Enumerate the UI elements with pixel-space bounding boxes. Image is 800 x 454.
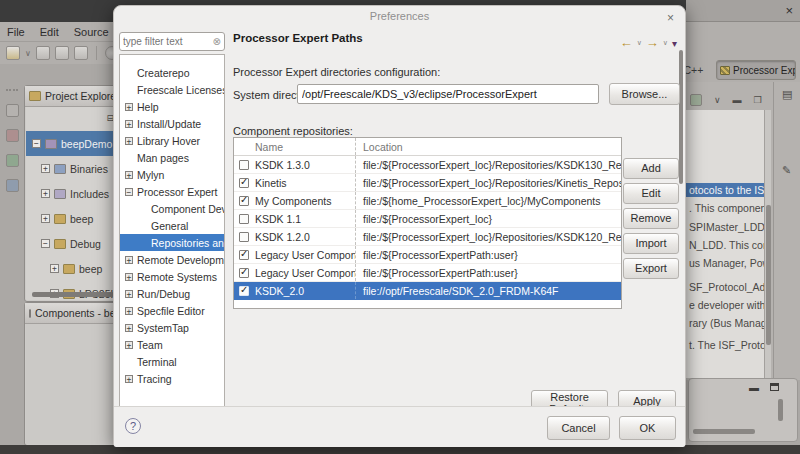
preferences-tree-row[interactable]: Remote Systems: [120, 268, 224, 285]
preferences-tree-row[interactable]: Repositories and P: [120, 234, 224, 251]
chevron-down-icon[interactable]: ∨: [714, 95, 721, 105]
expander-icon[interactable]: [41, 189, 50, 198]
expander-icon[interactable]: [125, 341, 133, 349]
repository-checkbox[interactable]: [239, 268, 249, 278]
expander-icon[interactable]: [125, 273, 133, 281]
dialog-close-icon[interactable]: ×: [667, 8, 674, 29]
save-all-icon[interactable]: [55, 46, 69, 60]
table-row[interactable]: Legacy User Components file:/${Processor…: [234, 246, 621, 264]
expander-icon[interactable]: [125, 120, 133, 128]
drag-grip[interactable]: [6, 89, 18, 92]
scrollbar-thumb[interactable]: [778, 399, 783, 421]
repository-checkbox[interactable]: [239, 160, 249, 170]
menu-item[interactable]: Edit: [40, 26, 59, 38]
preferences-tree-row[interactable]: Createrepo: [120, 64, 224, 81]
tree-row[interactable]: Debug: [26, 231, 118, 256]
view-menu-icon[interactable]: ▾: [672, 38, 677, 49]
scrollbar-thumb[interactable]: [693, 429, 755, 434]
browse-button[interactable]: Browse...: [609, 83, 680, 105]
clear-filter-icon[interactable]: ⊗: [213, 36, 221, 47]
table-action-button[interactable]: Edit: [623, 183, 679, 204]
preferences-tree-row[interactable]: SystemTap: [120, 319, 224, 336]
repository-checkbox[interactable]: [239, 214, 249, 224]
minimize-icon[interactable]: ▬: [733, 95, 742, 105]
expander-icon[interactable]: [125, 375, 133, 383]
cancel-button[interactable]: Cancel: [547, 416, 610, 440]
expander-icon[interactable]: [125, 103, 133, 111]
outline-icon[interactable]: ▤: [782, 88, 792, 101]
table-action-button[interactable]: Import: [623, 233, 679, 254]
preferences-tree-row[interactable]: Mylyn: [120, 166, 224, 183]
preferences-tree-row[interactable]: Tracing: [120, 370, 224, 387]
table-row[interactable]: My Components file:/${home_ProcessorExpe…: [234, 192, 621, 210]
table-action-button[interactable]: Remove: [623, 208, 679, 229]
chevron-down-icon[interactable]: ∨: [637, 39, 642, 47]
forward-icon[interactable]: →: [646, 37, 659, 49]
table-row[interactable]: Kinetis file:/${ProcessorExpert_loc}/Rep…: [234, 174, 621, 192]
preferences-tree-row[interactable]: Man pages: [120, 149, 224, 166]
perspective-cpp-button[interactable]: C/C++: [686, 64, 714, 80]
tree-row[interactable]: LPS25H: [26, 281, 118, 300]
new-file-icon[interactable]: [6, 46, 20, 60]
table-row[interactable]: KSDK 1.1 file:/${ProcessorExpert_loc}: [234, 210, 621, 228]
table-row[interactable]: KSDK 1.2.0 file:/${ProcessorExpert_loc}/…: [234, 228, 621, 246]
table-action-button[interactable]: Add: [623, 158, 679, 179]
preferences-tree-row[interactable]: Install/Update: [120, 115, 224, 132]
scrollbar-thumb[interactable]: [679, 50, 683, 184]
repository-checkbox[interactable]: [239, 232, 249, 242]
scrollbar-track[interactable]: [764, 110, 771, 378]
preferences-tree-row[interactable]: Library Hover: [120, 132, 224, 149]
filter-input[interactable]: [123, 36, 213, 47]
table-row[interactable]: Legacy User Components file:/${Processor…: [234, 264, 621, 282]
expander-icon[interactable]: [125, 256, 133, 264]
preferences-tree-row[interactable]: Help: [120, 98, 224, 115]
window-close-icon[interactable]: ×: [785, 3, 793, 19]
column-header-name[interactable]: Name: [234, 138, 356, 155]
tree-row[interactable]: beep: [26, 206, 118, 231]
view-shortcut-icon[interactable]: [6, 154, 19, 167]
refresh-icon[interactable]: [690, 94, 702, 106]
chevron-down-icon[interactable]: ∨: [25, 49, 31, 58]
expander-icon[interactable]: [125, 324, 133, 332]
repository-checkbox[interactable]: [239, 250, 249, 260]
expander-icon[interactable]: [50, 264, 59, 273]
table-row[interactable]: KSDK_2.0 file://opt/Freescale/SDK_2.0_FR…: [234, 282, 621, 300]
view-shortcut-icon[interactable]: [6, 179, 19, 192]
expander-icon[interactable]: [125, 290, 133, 298]
tree-row[interactable]: beep: [26, 256, 118, 281]
perspective-processor-expert-button[interactable]: Processor Expert: [716, 60, 796, 80]
expander-icon[interactable]: [125, 307, 133, 315]
preferences-tree-row[interactable]: Team: [120, 336, 224, 353]
back-icon[interactable]: ←: [620, 37, 633, 49]
preferences-tree-row[interactable]: Specfile Editor: [120, 302, 224, 319]
tree-row[interactable]: Binaries: [26, 156, 118, 181]
save-icon[interactable]: [36, 46, 50, 60]
minimize-icon[interactable]: ▬: [749, 382, 759, 393]
expander-icon[interactable]: [125, 171, 133, 179]
view-shortcut-icon[interactable]: [6, 129, 19, 142]
maximize-icon[interactable]: ❒: [754, 95, 762, 105]
preferences-tree-row[interactable]: Component Devel: [120, 200, 224, 217]
expander-icon[interactable]: [41, 239, 50, 248]
project-explorer-tab[interactable]: Project Explorer: [25, 86, 119, 107]
ok-button[interactable]: OK: [619, 416, 676, 440]
preferences-tree-row[interactable]: General: [120, 217, 224, 234]
repository-checkbox[interactable]: [239, 286, 249, 296]
tree-row[interactable]: beepDemo: [26, 131, 118, 156]
menu-item[interactable]: File: [7, 26, 25, 38]
scrollbar-thumb[interactable]: [766, 205, 771, 345]
repository-checkbox[interactable]: [239, 178, 249, 188]
components-tab[interactable]: Components - bee: [25, 303, 119, 324]
system-directory-input[interactable]: [297, 84, 599, 104]
menu-item[interactable]: Source: [74, 26, 109, 38]
column-header-location[interactable]: Location: [356, 138, 621, 155]
expander-icon[interactable]: [41, 164, 50, 173]
table-row[interactable]: KSDK 1.3.0 file:/${ProcessorExpert_loc}/…: [234, 156, 621, 174]
preferences-tree-row[interactable]: Run/Debug: [120, 285, 224, 302]
tree-row[interactable]: Includes: [26, 181, 118, 206]
preferences-tree-row[interactable]: Processor Expert: [120, 183, 224, 200]
help-icon[interactable]: ?: [125, 418, 141, 434]
dialog-titlebar[interactable]: Preferences ×: [114, 6, 685, 27]
view-shortcut-icon[interactable]: [6, 104, 19, 117]
expander-icon[interactable]: [125, 137, 133, 145]
